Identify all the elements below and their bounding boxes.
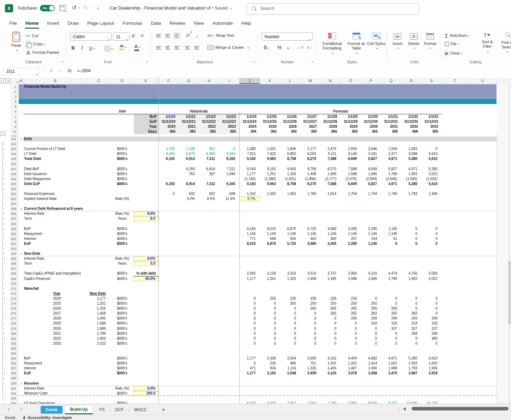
cell-E256[interactable]: 9.0% <box>134 211 158 216</box>
cell-G244[interactable]: 5,575 <box>179 151 199 156</box>
cell-D274[interactable]: $000's <box>111 301 134 306</box>
row-header-9[interactable]: 9 <box>10 124 18 129</box>
row-header-277[interactable]: 277 <box>10 316 18 321</box>
cell-M261[interactable]: 463 <box>300 236 320 241</box>
cell-J285[interactable]: 1,177 <box>239 356 260 361</box>
find-select-button[interactable]: Find & Select▾ <box>498 33 511 54</box>
cell-Q248[interactable]: 1,789 <box>381 172 401 177</box>
cell-N244[interactable]: 5,111 <box>320 151 341 156</box>
cell-O273[interactable]: 235 <box>341 296 361 301</box>
cell-S262[interactable]: 0 <box>422 241 442 246</box>
cell-Q287[interactable]: 1,688 <box>381 366 401 371</box>
cell-L276[interactable]: 0 <box>280 311 300 316</box>
cell-I250[interactable]: 9,160 <box>219 182 239 186</box>
row-header-242[interactable]: 242 <box>10 142 18 146</box>
cell-J9[interactable]: 2024 <box>239 124 260 129</box>
cell-L287[interactable]: 1,116 <box>280 366 300 371</box>
clear-button[interactable]: Clear▾ <box>445 51 463 55</box>
cell-K277[interactable]: 0 <box>260 316 280 321</box>
clipboard-dialog-launcher[interactable]: ↘ <box>61 60 64 63</box>
cell-L8[interactable]: 31/12/26 <box>280 119 300 124</box>
cell-R279[interactable]: 337 <box>401 326 422 331</box>
row-header-270[interactable]: 270 <box>10 281 18 286</box>
cell-L262[interactable]: 5,725 <box>280 241 300 246</box>
cell-Q244[interactable]: 3,377 <box>381 151 401 156</box>
row-header-244[interactable]: 244 <box>10 151 18 156</box>
cell-F252[interactable]: 0 <box>158 191 179 196</box>
cell-N281[interactable]: 0 <box>320 336 341 341</box>
row-header-271[interactable]: 271 <box>10 286 18 291</box>
select-all-corner[interactable] <box>16 80 18 83</box>
cell-N275[interactable]: 265 <box>320 306 341 311</box>
cell-M262[interactable]: 4,580 <box>300 241 320 246</box>
cell-D277[interactable]: $000's <box>111 316 134 321</box>
cell-N276[interactable]: 282 <box>320 311 341 316</box>
cell-J10[interactable]: 366 <box>239 129 260 134</box>
cell-B272[interactable]: Year <box>23 291 87 296</box>
horizontal-scrollbar-thumb[interactable] <box>412 407 509 410</box>
cell-O243[interactable]: 2,559 <box>341 146 361 151</box>
cell-O275[interactable]: 265 <box>341 306 361 311</box>
cell-R287[interactable]: 1,793 <box>401 366 422 371</box>
cell-S243[interactable]: 0 <box>422 146 442 151</box>
cell-C276[interactable]: 1,408 <box>87 311 111 316</box>
cell-B276[interactable]: 2027 <box>23 311 87 316</box>
cell-P278[interactable]: 318 <box>361 321 381 326</box>
cell-Q277[interactable]: 299 <box>381 316 401 321</box>
cell-S9[interactable]: 2033 <box>422 124 442 129</box>
cell-P275[interactable]: 265 <box>361 306 381 311</box>
grow-font-button[interactable]: A^ <box>132 33 136 39</box>
cell-N9[interactable]: 2028 <box>320 124 341 129</box>
cell-Q281[interactable]: 0 <box>381 336 401 341</box>
cell-L277[interactable]: 0 <box>280 316 300 321</box>
row-header-243[interactable]: 243 <box>10 146 18 151</box>
cell-D278[interactable]: $000's <box>111 321 134 326</box>
cell-M277[interactable]: 0 <box>300 316 320 321</box>
cell-I9[interactable]: 2023 <box>219 124 239 129</box>
cell-S276[interactable]: 0 <box>422 311 442 316</box>
cell-Q7[interactable]: 1/1/31 <box>381 114 401 119</box>
cell-N248[interactable]: 1,495 <box>320 172 341 177</box>
menu-tab-view[interactable]: View <box>189 18 208 28</box>
cell-H243[interactable]: 951 <box>199 146 219 151</box>
cell-K250[interactable]: 9,063 <box>260 182 280 186</box>
decrease-decimal-button[interactable]: .0→ <box>306 45 312 49</box>
cell-J280[interactable]: 0 <box>239 331 260 336</box>
cell-R252[interactable]: 1,793 <box>401 191 422 196</box>
cell-K294[interactable]: 6,033 <box>260 401 280 404</box>
cell-J249[interactable]: (1,145) <box>239 177 260 182</box>
section-marker-290[interactable]: x <box>19 381 23 386</box>
cell-P294[interactable]: 8,530 <box>361 401 381 404</box>
cell-O277[interactable]: 299 <box>341 316 361 321</box>
cell-J281[interactable]: 0 <box>239 336 260 341</box>
cell-S288[interactable]: 3,918 <box>422 371 442 376</box>
period-label-eop[interactable]: EoP <box>134 119 158 124</box>
cell-H8[interactable]: 31/12/22 <box>199 119 219 124</box>
align-left-button[interactable] <box>156 45 161 50</box>
cell-G248[interactable]: 763 <box>179 172 199 177</box>
cell-R274[interactable]: 0 <box>401 301 422 306</box>
header-underline-C[interactable] <box>87 109 111 114</box>
row-header-284[interactable]: 284 <box>10 351 18 356</box>
forecast-header[interactable]: Forecast <box>239 109 442 114</box>
cell-M249[interactable]: (1,896) <box>300 177 320 182</box>
paste-button[interactable]: Paste ▾ <box>8 32 24 53</box>
cell-R269[interactable]: 1,902 <box>401 276 422 281</box>
cell-L278[interactable]: 0 <box>280 321 300 326</box>
delete-cells-button[interactable]: ✗ Delete▾ <box>406 33 422 51</box>
cell-H9[interactable]: 2022 <box>199 124 219 129</box>
cell-M287[interactable]: 1,326 <box>300 366 320 371</box>
cell-J277[interactable]: 0 <box>239 316 260 321</box>
borders-button[interactable]: ▾ <box>105 46 113 51</box>
cell-J275[interactable]: 0 <box>239 306 260 311</box>
cell-S248[interactable]: 2,022 <box>422 172 442 177</box>
cell-S249[interactable]: (1,692) <box>422 177 442 182</box>
cell-O259[interactable]: 3,435 <box>341 226 361 231</box>
historicals-header[interactable]: Historicals <box>158 109 239 114</box>
cell-C273[interactable]: 1,177 <box>87 296 111 301</box>
row-header-261[interactable]: 261 <box>10 236 18 241</box>
cell-I8[interactable]: 31/12/23 <box>219 119 239 124</box>
cell-I247[interactable]: 7,311 <box>219 167 239 172</box>
autosave-toggle[interactable]: On <box>40 5 55 11</box>
cell-M243[interactable]: 2,177 <box>300 146 320 151</box>
